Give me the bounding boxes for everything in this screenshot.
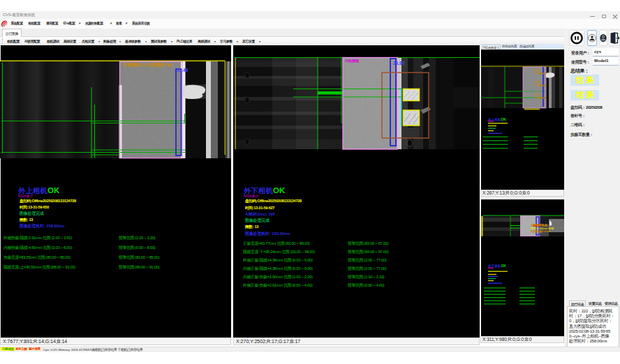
- svg-text:93.48: 93.48: [177, 68, 189, 73]
- svg-text:报警范围:(83.00 ~ 87.00): 报警范围:(83.00 ~ 87.00): [347, 241, 389, 246]
- svg-text:报警范围:(81.00 ~ 85.00): 报警范围:(81.00 ~ 85.00): [118, 255, 160, 260]
- svg-text:图像处理完成: 图像处理完成: [20, 211, 44, 216]
- svg-text:AI检测框: AI检测框: [345, 59, 359, 63]
- svg-text:外侧负极-隔膜:2.91mm 范围:(2.00 ~ 3.50: 外侧负极-隔膜:2.91mm 范围:(2.00 ~ 3.50): [3, 235, 72, 241]
- svg-text:报警范围:(2.00 ~ 77.00): 报警范围:(2.00 ~ 77.00): [347, 257, 387, 263]
- svg-text:报警范围:(2.00 ~ 77.00): 报警范围:(2.00 ~ 77.00): [347, 266, 387, 271]
- svg-text:外下相机OK: 外下相机OK: [243, 186, 286, 195]
- svg-text:NG次数:0: NG次数:0: [244, 194, 258, 198]
- svg-text:报警范围:(1.10 ~ 2.10): 报警范围:(1.10 ~ 2.10): [347, 274, 385, 280]
- svg-text:负极宽度=83.05mm 范围:(80.00 ~ 86.00: 负极宽度=83.05mm 范围:(80.00 ~ 86.00): [3, 255, 71, 260]
- svg-text:盘扣码:Offline20250208133134728: 盘扣码:Offline20250208133134728: [20, 199, 76, 204]
- svg-text:圈数: 13: 圈数: 13: [245, 225, 258, 229]
- svg-text:隔膜宽度-下=95.24mm 范围:(93.00 ~ 98.: 隔膜宽度-下=95.24mm 范围:(93.00 ~ 98.00): [243, 249, 315, 255]
- svg-text:圈数: 13: 圈数: 13: [20, 218, 33, 222]
- svg-text:外上相机OK: 外上相机OK: [17, 186, 60, 195]
- svg-text:时间:13-31-59-650: 时间:13-31-59-650: [20, 205, 49, 210]
- svg-text:内侧负极-隔膜:4.60mm 范围:(3.00 ~ 6.00: 内侧负极-隔膜:4.60mm 范围:(3.00 ~ 6.00): [3, 245, 72, 250]
- svg-text:图像处理耗时: 183.00ms: 图像处理耗时: 183.00ms: [245, 231, 290, 236]
- svg-text:内侧正极-负极=1.90mm 范围:(1.00 ~ 2.20: 内侧正极-负极=1.90mm 范围:(1.00 ~ 2.20): [243, 275, 313, 280]
- svg-text:报警范围:(94.00 ~ 97.00): 报警范围:(94.00 ~ 97.00): [347, 249, 389, 255]
- svg-text:23.80: 23.80: [393, 61, 405, 66]
- svg-text:盘扣码:Offline20250208133134728: 盘扣码:Offline20250208133134728: [245, 199, 302, 204]
- svg-text:时间:13-31-59-627: 时间:13-31-59-627: [245, 206, 274, 211]
- svg-text:外侧正极-隔膜=4.38mm 范围:(0.00 ~ 9.00: 外侧正极-隔膜=4.38mm 范围:(0.00 ~ 9.00): [242, 257, 313, 263]
- svg-text:AI耗时(ms): 166: AI耗时(ms): 166: [245, 212, 276, 217]
- svg-text:报警范围:(0.00 ~ 8.00): 报警范围:(0.00 ~ 8.00): [118, 245, 156, 250]
- svg-text:外侧正极-负极=2.61mm 范围:(0.60 ~ 4.00: 外侧正极-负极=2.61mm 范围:(0.60 ~ 4.00): [242, 282, 313, 288]
- svg-text:报警范围:(0.60 ~ 4.00): 报警范围:(0.60 ~ 4.00): [347, 282, 385, 288]
- svg-text:NG次数:7: NG次数:7: [18, 194, 33, 198]
- svg-text:图像处理耗时: 258.00ms: 图像处理耗时: 258.00ms: [20, 223, 64, 229]
- svg-text:报警范围:(2.20 ~ 3.20): 报警范围:(2.20 ~ 3.20): [118, 235, 156, 241]
- svg-text:报警范围:(89.00 ~ 91.00): 报警范围:(89.00 ~ 91.00): [118, 264, 160, 270]
- svg-text:图像处理完成: 图像处理完成: [245, 218, 270, 223]
- svg-text:正极宽度=83.77mm 范围:(82.00 ~ 88.00: 正极宽度=83.77mm 范围:(82.00 ~ 88.00): [243, 241, 310, 246]
- svg-text:外下相机OK: 外下相机OK: [487, 264, 506, 268]
- svg-text:隔膜宽度-上=90.56mm 范围:(88.00 ~ 92.: 隔膜宽度-上=90.56mm 范围:(88.00 ~ 92.00): [3, 264, 75, 270]
- svg-text:内侧正极-隔膜=4.38mm 范围:(0.00 ~ 9.00: 内侧正极-隔膜=4.38mm 范围:(0.00 ~ 9.00): [243, 266, 313, 271]
- svg-text:打标阈值:93, 动态阈值:100: 打标阈值:93, 动态阈值:100: [122, 62, 173, 68]
